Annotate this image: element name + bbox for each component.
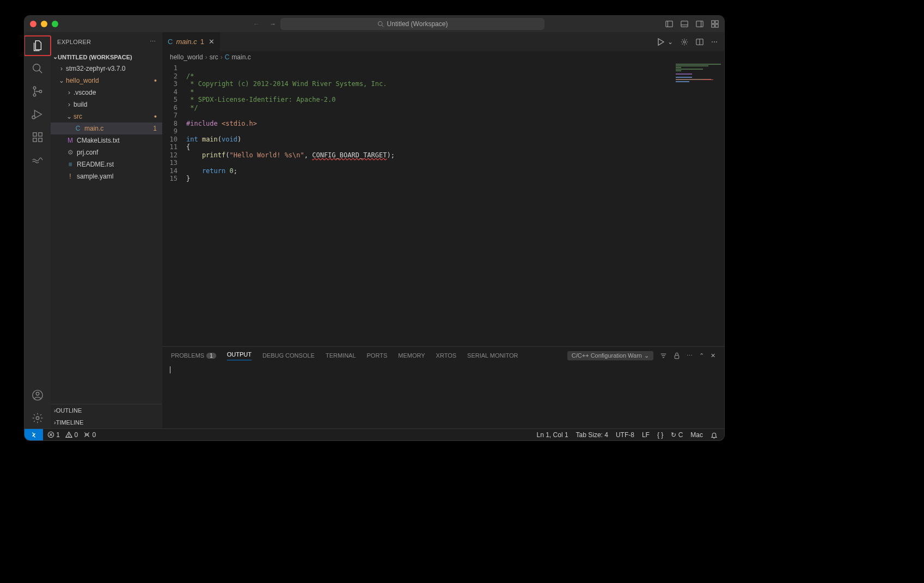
panel-tabs: PROBLEMS1 OUTPUT DEBUG CONSOLE TERMINAL … bbox=[162, 347, 724, 364]
explorer-activity-icon[interactable] bbox=[25, 35, 51, 56]
modified-dot-icon: • bbox=[154, 79, 157, 82]
search-activity-icon[interactable] bbox=[25, 58, 51, 79]
indentation-status[interactable]: Tab Size: 4 bbox=[576, 431, 608, 439]
lock-scroll-icon[interactable] bbox=[674, 352, 680, 359]
customize-layout-icon[interactable] bbox=[711, 20, 719, 28]
svg-rect-21 bbox=[39, 138, 42, 142]
svg-rect-6 bbox=[696, 21, 703, 27]
folder-vscode[interactable]: › .vscode bbox=[51, 87, 162, 99]
window-controls bbox=[30, 21, 58, 27]
braces-status[interactable]: { } bbox=[657, 431, 663, 439]
panel-more-icon[interactable]: ⋯ bbox=[687, 352, 693, 359]
maximize-window-button[interactable] bbox=[52, 21, 58, 27]
ports-status[interactable]: 0 bbox=[83, 431, 96, 439]
explorer-more-icon[interactable]: ⋯ bbox=[150, 38, 156, 45]
chevron-down-icon: ⌄ bbox=[58, 77, 65, 84]
tab-debug-console[interactable]: DEBUG CONSOLE bbox=[262, 352, 315, 359]
filter-icon[interactable] bbox=[660, 352, 667, 359]
toggle-panel-icon[interactable] bbox=[681, 20, 688, 28]
cursor-position[interactable]: Ln 1, Col 1 bbox=[537, 431, 568, 439]
svg-rect-4 bbox=[681, 21, 688, 27]
svg-rect-2 bbox=[666, 21, 672, 27]
svg-point-14 bbox=[33, 87, 36, 89]
tab-xrtos[interactable]: XRTOS bbox=[436, 352, 457, 359]
nav-forward-button[interactable]: → bbox=[270, 20, 276, 28]
svg-rect-11 bbox=[715, 24, 718, 27]
activity-bar bbox=[25, 32, 51, 428]
yaml-file-icon: ! bbox=[66, 173, 75, 180]
cursor-icon bbox=[170, 366, 170, 373]
run-dropdown-icon[interactable]: ⌄ bbox=[668, 38, 673, 46]
tab-problems[interactable]: PROBLEMS1 bbox=[171, 352, 216, 359]
warnings-status[interactable]: 0 bbox=[65, 431, 78, 439]
tab-serial-monitor[interactable]: SERIAL MONITOR bbox=[467, 352, 518, 359]
editor-tabs: C main.c 1 ✕ ⌄ ⋯ bbox=[162, 32, 724, 51]
nav-back-button[interactable]: ← bbox=[253, 20, 260, 28]
eol-status[interactable]: LF bbox=[642, 431, 650, 439]
chevron-down-icon: ⌄ bbox=[53, 53, 58, 60]
minimap[interactable] bbox=[672, 63, 724, 96]
svg-point-38 bbox=[69, 436, 69, 437]
settings-activity-icon[interactable] bbox=[25, 408, 51, 428]
encoding-status[interactable]: UTF-8 bbox=[616, 431, 634, 439]
errors-status[interactable]: 1 bbox=[47, 431, 60, 439]
explorer-sidebar: EXPLORER ⋯ ⌄ UNTITLED (WORKSPACE) › stm3… bbox=[51, 32, 162, 428]
extensions-activity-icon[interactable] bbox=[25, 127, 51, 148]
more-actions-icon[interactable]: ⋯ bbox=[711, 38, 718, 46]
workspace-root[interactable]: ⌄ UNTITLED (WORKSPACE) bbox=[51, 51, 162, 63]
code-editor[interactable]: 123456789101112131415 /* * Copyright (c)… bbox=[162, 63, 724, 346]
file-readme[interactable]: ≡ README.rst bbox=[51, 158, 162, 170]
tab-problem-count: 1 bbox=[200, 38, 204, 46]
breadcrumbs[interactable]: hello_world› src› C main.c bbox=[162, 51, 724, 63]
file-prj-conf[interactable]: ⚙ prj.conf bbox=[51, 146, 162, 158]
toggle-secondary-sidebar-icon[interactable] bbox=[696, 20, 703, 28]
search-icon bbox=[377, 21, 384, 27]
explorer-title: EXPLORER bbox=[57, 39, 91, 45]
svg-marker-26 bbox=[658, 39, 664, 45]
configure-icon[interactable] bbox=[681, 38, 688, 46]
notifications-icon[interactable] bbox=[711, 432, 718, 439]
output-channel-select[interactable]: C/C++ Configuration Warn⌄ bbox=[567, 351, 653, 360]
remote-button[interactable] bbox=[25, 429, 43, 440]
close-tab-icon[interactable]: ✕ bbox=[209, 38, 215, 46]
close-window-button[interactable] bbox=[30, 21, 36, 27]
folder-src[interactable]: ⌄ src • bbox=[51, 111, 162, 122]
timeline-section[interactable]: › TIMELINE bbox=[51, 416, 162, 428]
minimize-window-button[interactable] bbox=[41, 21, 47, 27]
svg-rect-9 bbox=[715, 21, 718, 23]
close-panel-icon[interactable]: ✕ bbox=[711, 352, 715, 359]
svg-point-24 bbox=[36, 392, 39, 396]
source-control-activity-icon[interactable] bbox=[25, 81, 51, 102]
os-status[interactable]: Mac bbox=[690, 431, 703, 439]
file-cmakelists[interactable]: M CMakeLists.txt bbox=[51, 134, 162, 146]
svg-rect-10 bbox=[712, 24, 714, 27]
tab-ports[interactable]: PORTS bbox=[367, 352, 388, 359]
titlebar: ← → Untitled (Workspace) bbox=[25, 16, 724, 32]
outline-section[interactable]: › OUTLINE bbox=[51, 404, 162, 416]
svg-rect-20 bbox=[33, 138, 36, 142]
file-sample-yaml[interactable]: ! sample.yaml bbox=[51, 170, 162, 182]
tab-output[interactable]: OUTPUT bbox=[227, 351, 252, 360]
split-editor-icon[interactable] bbox=[696, 38, 703, 46]
zephyr-activity-icon[interactable] bbox=[25, 150, 51, 170]
accounts-activity-icon[interactable] bbox=[25, 385, 51, 406]
svg-point-18 bbox=[32, 116, 35, 119]
language-mode[interactable]: ↻ C bbox=[671, 431, 683, 439]
tab-main-c[interactable]: C main.c 1 ✕ bbox=[162, 32, 220, 51]
folder-build[interactable]: › build bbox=[51, 99, 162, 111]
svg-rect-22 bbox=[39, 133, 42, 136]
run-debug-activity-icon[interactable] bbox=[25, 104, 51, 125]
tab-terminal[interactable]: TERMINAL bbox=[326, 352, 356, 359]
run-button[interactable] bbox=[657, 38, 665, 46]
toggle-primary-sidebar-icon[interactable] bbox=[665, 20, 673, 28]
folder-stm32[interactable]: › stm32-zephyr-v3.7.0 bbox=[51, 63, 162, 75]
c-file-icon: C bbox=[225, 53, 230, 61]
editor-actions: ⌄ ⋯ bbox=[657, 32, 724, 51]
file-main-c[interactable]: C main.c 1 bbox=[51, 122, 162, 134]
command-center[interactable]: Untitled (Workspace) bbox=[280, 18, 544, 30]
output-body[interactable] bbox=[162, 364, 724, 428]
folder-hello-world[interactable]: ⌄ hello_world • bbox=[51, 75, 162, 87]
tab-memory[interactable]: MEMORY bbox=[398, 352, 425, 359]
svg-point-16 bbox=[39, 90, 42, 93]
maximize-panel-icon[interactable]: ⌃ bbox=[699, 352, 704, 359]
